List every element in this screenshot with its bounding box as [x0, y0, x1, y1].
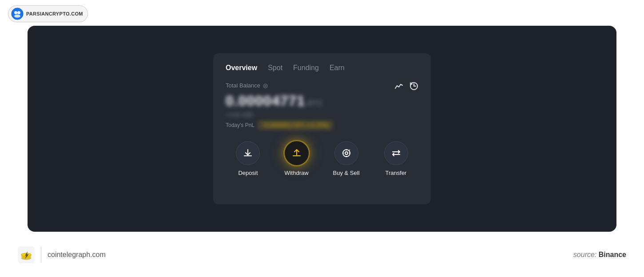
transfer-action[interactable]: Transfer [384, 141, 408, 176]
footer-site: cointelegraph.com [48, 251, 106, 259]
tab-funding[interactable]: Funding [293, 64, 319, 72]
source-label: source: [573, 251, 596, 258]
withdraw-circle [285, 141, 309, 165]
chart-icon[interactable] [394, 82, 403, 93]
actions-row: Deposit Withdraw [226, 141, 418, 176]
wallet-card: Overview Spot Funding Earn Total Balance… [213, 53, 431, 204]
withdraw-action[interactable]: Withdraw [284, 141, 308, 176]
tabs: Overview Spot Funding Earn [226, 64, 418, 72]
svg-point-2 [17, 11, 20, 14]
source-name: Binance [599, 251, 626, 258]
today-value: +0.00000012 BTC (+0.25%) [258, 121, 333, 130]
buysell-label: Buy & Sell [333, 170, 360, 176]
buysell-action[interactable]: Buy & Sell [333, 141, 360, 176]
tab-spot[interactable]: Spot [268, 64, 282, 72]
footer: cointelegraph.com source: Binance [0, 233, 644, 277]
eye-icon[interactable]: ◎ [263, 82, 268, 89]
main-container: Overview Spot Funding Earn Total Balance… [28, 26, 616, 232]
footer-logo [18, 246, 35, 263]
balance-today-row: Today's PnL +0.00000012 BTC (+0.25%) [226, 121, 418, 130]
svg-point-0 [12, 8, 23, 20]
deposit-label: Deposit [238, 170, 258, 176]
deposit-action[interactable]: Deposit [236, 141, 260, 176]
tab-earn[interactable]: Earn [330, 64, 345, 72]
balance-header: Total Balance ◎ [226, 82, 418, 93]
balance-unit: BTC [308, 99, 323, 107]
balance-icons [394, 82, 418, 93]
logo-icon [11, 8, 24, 20]
today-label: Today's PnL [226, 122, 254, 128]
svg-point-1 [14, 11, 17, 14]
balance-label-text: Total Balance [226, 82, 260, 89]
logo-bar: PARSIANCRYPTO.COM [8, 5, 88, 22]
withdraw-label: Withdraw [284, 170, 308, 176]
clock-icon[interactable] [409, 82, 418, 93]
svg-point-6 [345, 152, 348, 154]
transfer-circle [384, 141, 408, 165]
tab-overview[interactable]: Overview [226, 64, 257, 72]
footer-source: source: Binance [573, 251, 626, 259]
balance-amount: 0.00004771BTC [226, 93, 418, 109]
logo-text: PARSIANCRYPTO.COM [26, 11, 83, 16]
transfer-label: Transfer [386, 170, 407, 176]
footer-divider [41, 247, 41, 263]
balance-sub: ≈ 0.01 USD [226, 112, 418, 118]
buysell-circle [334, 141, 358, 165]
svg-point-3 [14, 15, 20, 18]
deposit-circle [236, 141, 260, 165]
balance-label-row: Total Balance ◎ [226, 82, 268, 89]
cointelegraph-icon [18, 246, 35, 263]
